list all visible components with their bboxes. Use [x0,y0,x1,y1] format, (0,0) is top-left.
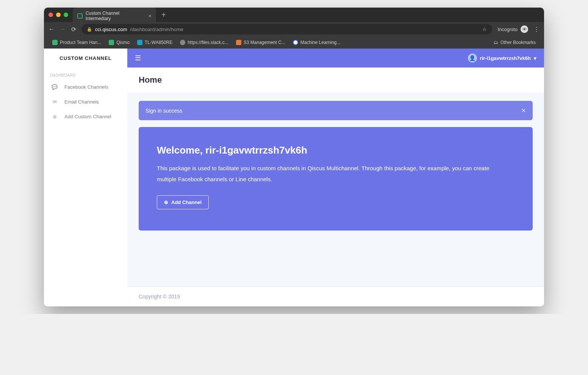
bookmark-label: S3 Management C... [244,40,285,45]
maximize-window-icon[interactable] [64,13,68,17]
bookmark-label: Product Team Han... [60,40,101,45]
alert-text: Sign in success [145,108,182,114]
bookmark-item[interactable]: Qismo [106,38,133,47]
brand-title: CUSTOM CHANNEL [44,49,127,68]
sidebar-item-label: Facebook Channels [64,84,108,90]
tab-title: Custom Channel Intermediary [86,11,144,21]
success-alert: Sign in success × [139,101,533,120]
welcome-description: This package is used to facilitate you i… [157,163,490,185]
sidebar-item-facebook-channels[interactable]: 💬 Facebook Channels [44,80,127,94]
bookmark-item[interactable]: TL-WA850RE [134,38,176,47]
bookmark-item[interactable]: S3 Management C... [233,38,288,47]
bookmark-favicon-icon [109,40,114,45]
bookmark-item[interactable]: Machine Learning... [290,38,343,47]
hamburger-menu-button[interactable]: ☰ [135,54,141,62]
bookmark-star-icon[interactable]: ☆ [482,27,487,32]
page-title: Home [139,75,533,85]
reload-button[interactable]: ⟳ [71,26,76,33]
other-bookmarks-label: Other Bookmarks [500,40,536,45]
minimize-window-icon[interactable] [56,13,61,17]
back-button[interactable]: ← [48,26,55,33]
chat-icon: 💬 [52,84,58,90]
sidebar-item-label: Add Custom Channel [64,114,111,119]
address-bar[interactable]: 🔒 cci.qiscus.com/dashboard/admin/home ☆ [81,24,492,35]
mail-icon: ✉ [52,99,58,105]
sidebar-item-add-custom-channel[interactable]: ⊕ Add Custom Channel [44,109,127,124]
chevron-down-icon: ▾ [534,55,536,61]
close-alert-button[interactable]: × [521,106,526,115]
topbar: ☰ 👤 rir-i1gavwtrrzsh7vk6h ▾ [127,49,544,67]
browser-tab[interactable]: Custom Channel Intermediary × [73,8,156,24]
incognito-icon: 👁 [521,25,528,33]
new-tab-button[interactable]: + [161,11,166,19]
lock-icon: 🔒 [87,27,92,32]
incognito-indicator[interactable]: Incognito 👁 [497,25,528,33]
bookmark-favicon-icon [137,40,142,45]
incognito-label: Incognito [497,27,518,32]
sidebar-item-label: Email Channels [64,99,99,105]
footer: Copyright © 2019 [127,286,544,306]
sidebar-section-label: DASHBOARD [44,68,127,80]
bookmark-favicon-icon [293,40,298,45]
bookmark-favicon-icon [236,40,241,45]
sidebar-item-email-channels[interactable]: ✉ Email Channels [44,94,127,109]
browser-menu-button[interactable]: ⋮ [533,26,540,33]
bookmark-label: Machine Learning... [300,40,340,45]
plus-circle-icon: ⊕ [164,199,168,205]
bookmark-label: TL-WA850RE [145,40,173,45]
add-channel-button[interactable]: ⊕ Add Channel [157,195,209,209]
bookmarks-bar: Product Team Han... Qismo TL-WA850RE htt… [44,36,544,49]
avatar-icon: 👤 [468,53,477,63]
welcome-heading: Welcome, rir-i1gavwtrrzsh7vk6h [157,144,514,156]
bookmark-label: https://files.slack.c... [188,40,228,45]
copyright-text: Copyright © 2019 [139,293,180,300]
window-controls[interactable] [48,13,68,17]
forward-button: → [60,26,66,33]
plus-circle-icon: ⊕ [52,114,58,119]
bookmark-item[interactable]: Product Team Han... [49,38,104,47]
tab-favicon-icon [77,13,83,19]
close-window-icon[interactable] [48,13,53,17]
welcome-panel: Welcome, rir-i1gavwtrrzsh7vk6h This pack… [139,127,533,231]
url-host: cci.qiscus.com [95,27,127,32]
user-menu[interactable]: 👤 rir-i1gavwtrrzsh7vk6h ▾ [468,53,536,63]
bookmark-favicon-icon [180,40,185,45]
other-bookmarks-button[interactable]: 🗂Other Bookmarks [491,38,539,47]
browser-chrome: Custom Channel Intermediary × + ← → ⟳ 🔒 … [44,8,544,49]
close-tab-icon[interactable]: × [149,13,152,19]
bookmark-label: Qismo [116,40,130,45]
folder-icon: 🗂 [494,40,498,45]
sidebar: CUSTOM CHANNEL DASHBOARD 💬 Facebook Chan… [44,49,127,306]
add-channel-label: Add Channel [171,199,202,205]
username-label: rir-i1gavwtrrzsh7vk6h [480,55,531,61]
bookmark-favicon-icon [52,40,58,45]
url-path: /dashboard/admin/home [130,27,183,32]
bookmark-item[interactable]: https://files.slack.c... [177,38,231,47]
